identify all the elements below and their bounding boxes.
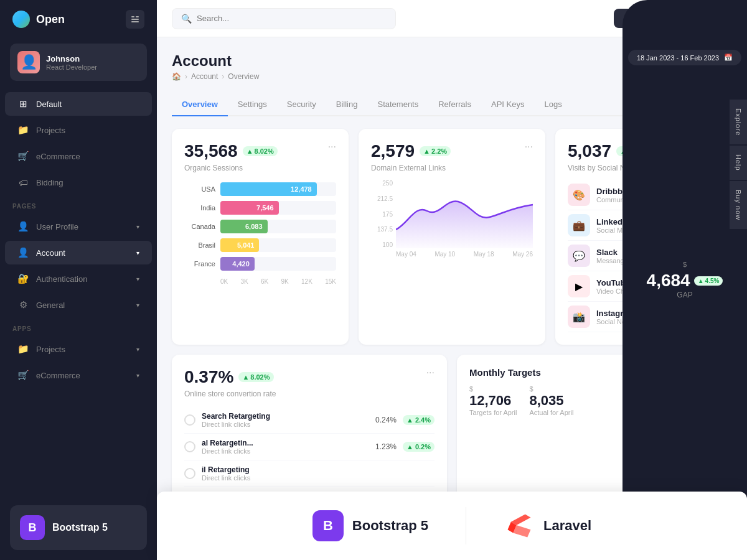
sidebar-item-default[interactable]: ⊞ Default [5, 92, 152, 116]
auth-icon: 🔐 [17, 273, 29, 284]
bar-inner: 12,478 [220, 182, 317, 196]
sidebar-item-label: User Profile [36, 222, 78, 231]
tab-logs[interactable]: Logs [534, 93, 571, 116]
organic-sessions-label: Organic Sessions [184, 164, 278, 172]
laravel-icon [504, 510, 535, 541]
organic-sessions-value: 35,568 ▲ 8.02% [184, 141, 278, 161]
social-icon-slack: 💬 [568, 245, 590, 267]
retargeting-sub: Direct link clicks [202, 447, 253, 455]
bar-country-label: Canada [184, 223, 215, 230]
sidebar-item-label: Authentication [36, 274, 87, 284]
bootstrap-icon: B [20, 515, 45, 540]
dark-side-panel: 18 Jan 2023 - 16 Feb 2023 📅 $ 4,684 ▲ 4.… [622, 0, 747, 560]
bootstrap-label: Bootstrap 5 [52, 522, 108, 533]
gap-dollar: $ [647, 261, 723, 268]
card-menu-icon[interactable]: ··· [426, 367, 435, 378]
bootstrap-promo: B Bootstrap 5 [312, 510, 428, 541]
account-icon: 👤 [17, 247, 29, 258]
actual-dollar: $ [529, 385, 573, 393]
tab-billing[interactable]: Billing [326, 93, 368, 116]
tab-referrals[interactable]: Referrals [428, 93, 481, 116]
retargeting-badge: ▲ 0.2% [403, 442, 435, 452]
home-icon[interactable]: 🏠 [172, 72, 181, 81]
retargeting-name: al Retargetin... [202, 439, 253, 447]
general-icon: ⚙ [17, 299, 29, 310]
sidebar-item-ecommerce-app[interactable]: 🛒 eCommerce ▾ [5, 363, 152, 387]
sidebar-item-label: Projects [36, 345, 65, 354]
sidebar-item-ecommerce[interactable]: 🛒 eCommerce [5, 144, 152, 168]
user-card: 👤 Johnson React Developer [10, 44, 147, 81]
retargeting-info: Search Retargeting Direct link clicks [202, 412, 270, 428]
promo-divider [466, 507, 466, 544]
search-box[interactable]: 🔍 [172, 8, 396, 29]
explore-button[interactable]: Explore [730, 100, 747, 144]
bootstrap-icon: B [312, 510, 344, 541]
bar-row: Canada 6,083 [184, 220, 336, 233]
bar-chart: USA 12,478 India 7,546 Canada 6,083 Bras… [184, 182, 336, 285]
targets-april-value: 12,706 [469, 393, 517, 409]
social-icon-youtube: ▶ [568, 275, 590, 297]
organic-sessions-card: 35,568 ▲ 8.02% Organic Sessions ··· USA … [172, 129, 349, 345]
sidebar-item-projects-app[interactable]: 📁 Projects ▾ [5, 337, 152, 361]
retargeting-badge: ▲ 2.4% [403, 415, 435, 425]
bar-inner: 7,546 [220, 201, 279, 215]
pages-section-label: PAGES [0, 195, 157, 213]
domain-links-value: 2,579 ▲ 2.2% [371, 141, 451, 161]
bar-country-label: India [184, 204, 215, 212]
conversion-rate-badge: ▲ 8.02% [238, 372, 273, 382]
bootstrap-promo-label: Bootstrap 5 [352, 518, 428, 534]
bar-country-label: USA [184, 185, 215, 193]
sidebar-item-authentication[interactable]: 🔐 Authentication ▾ [5, 267, 152, 291]
card-menu-icon[interactable]: ··· [328, 141, 336, 152]
svg-rect-1 [136, 16, 139, 17]
actual-april-value: 8,035 [529, 393, 573, 409]
retargeting-info: al Retargetin... Direct link clicks [202, 439, 253, 455]
chevron-down-icon: ▾ [136, 372, 139, 379]
sidebar-item-label: eCommerce [36, 371, 80, 380]
gap-badge: ▲ 4.5% [694, 276, 723, 286]
sidebar-item-account[interactable]: 👤 Account ▾ [5, 241, 152, 264]
line-chart-y-axis: 250 212.5 175 137.5 100 [371, 180, 393, 248]
app-logo: Open [12, 11, 65, 28]
date-badge-area: 18 Jan 2023 - 16 Feb 2023 📅 [628, 50, 741, 65]
sidebar-toggle-button[interactable] [126, 10, 144, 29]
tab-settings[interactable]: Settings [228, 93, 277, 116]
tab-api-keys[interactable]: API Keys [481, 93, 534, 116]
card-menu-icon[interactable]: ··· [525, 141, 533, 152]
actual-april: $ 8,035 Actual for April [529, 385, 573, 416]
tab-statements[interactable]: Statements [367, 93, 428, 116]
targets-april: $ 12,706 Targets for April [469, 385, 517, 416]
targets-april-label: Targets for April [469, 409, 517, 416]
folder-icon: 📁 [17, 124, 29, 136]
user-role: React Developer [46, 63, 97, 71]
sidebar-item-general[interactable]: ⚙ General ▾ [5, 293, 152, 317]
main-content: 🔍 + Invite Create App Account 🏠 › Accoun… [157, 0, 747, 560]
sidebar-item-projects[interactable]: 📁 Projects [5, 118, 152, 142]
tab-security[interactable]: Security [277, 93, 326, 116]
bar-inner: 5,041 [220, 238, 259, 252]
targets-dollar: $ [469, 385, 517, 393]
bar-x-labels: 0K3K6K9K12K15K [184, 276, 336, 285]
side-panel-buttons: Explore Help Buy now [730, 100, 747, 229]
sidebar-item-bidding[interactable]: 🏷 Bidding [5, 170, 152, 194]
retargeting-name: il Retargeting [202, 465, 250, 474]
social-icon-dribbble: 🎨 [568, 184, 590, 206]
sidebar-item-user-profile[interactable]: 👤 User Profile ▾ [5, 215, 152, 238]
user-name: Johnson [46, 54, 97, 63]
buy-now-button[interactable]: Buy now [730, 181, 747, 229]
date-range: 18 Jan 2023 - 16 Feb 2023 [637, 54, 719, 62]
actual-april-label: Actual for April [529, 409, 573, 416]
sidebar: Open 👤 Johnson React Developer ⊞ Default… [0, 0, 157, 560]
retargeting-circle [184, 414, 195, 426]
bar-outer: 5,041 [220, 238, 336, 252]
bar-outer: 4,420 [220, 257, 336, 271]
help-button[interactable]: Help [730, 146, 747, 180]
bar-row: India 7,546 [184, 201, 336, 215]
shop-icon: 🛒 [17, 151, 29, 162]
search-input[interactable] [197, 14, 387, 23]
bar-row: France 4,420 [184, 257, 336, 271]
svg-rect-3 [131, 21, 139, 22]
svg-rect-0 [131, 16, 134, 17]
tab-overview[interactable]: Overview [172, 93, 228, 116]
breadcrumb-account[interactable]: Account [191, 72, 218, 81]
